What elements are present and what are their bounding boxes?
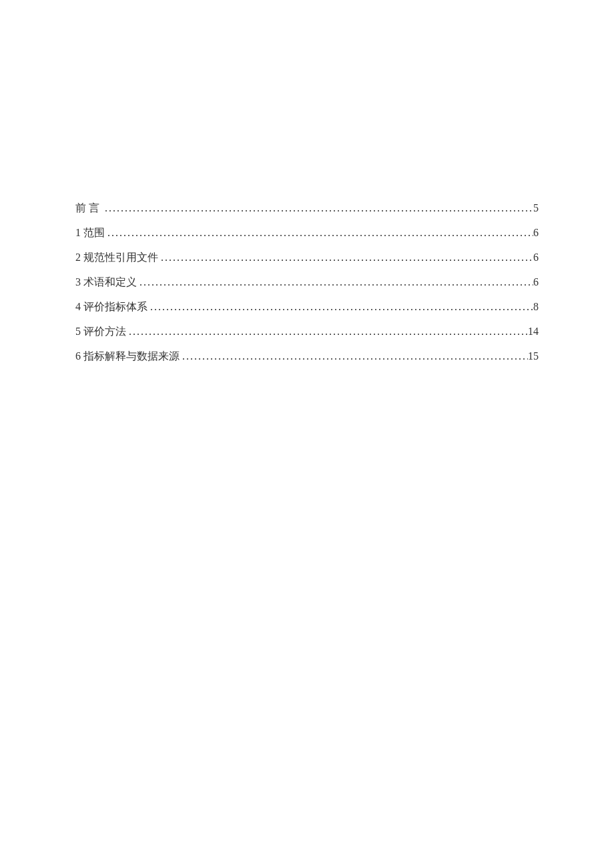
toc-entry: 3 术语和定义 6 — [75, 274, 539, 290]
toc-entry-page: 6 — [533, 225, 539, 241]
toc-dot-leader — [180, 348, 528, 364]
toc-dot-leader — [126, 324, 528, 340]
toc-entry: 前言 5 — [75, 200, 539, 216]
toc-entry: 1 范围 6 — [75, 225, 539, 241]
toc-dot-leader — [102, 200, 533, 216]
toc-entry: 6 指标解释与数据来源 15 — [75, 348, 539, 364]
toc-entry-label: 5 评价方法 — [75, 324, 126, 340]
table-of-contents: 前言 5 1 范围 6 2 规范性引用文件 6 3 术语和定义 6 4 评价指标… — [75, 200, 539, 364]
toc-entry-label: 2 规范性引用文件 — [75, 250, 158, 266]
document-page: 前言 5 1 范围 6 2 规范性引用文件 6 3 术语和定义 6 4 评价指标… — [0, 0, 614, 364]
toc-entry-page: 5 — [533, 200, 539, 216]
toc-entry: 5 评价方法 14 — [75, 324, 539, 340]
toc-entry: 2 规范性引用文件 6 — [75, 250, 539, 266]
toc-entry: 4 评价指标体系 8 — [75, 299, 539, 315]
toc-dot-leader — [147, 299, 533, 315]
toc-dot-leader — [137, 274, 533, 290]
toc-entry-label: 3 术语和定义 — [75, 274, 137, 290]
toc-entry-page: 15 — [528, 348, 539, 364]
toc-entry-label: 前言 — [75, 200, 102, 216]
toc-dot-leader — [105, 225, 533, 241]
toc-entry-label: 1 范围 — [75, 225, 105, 241]
toc-dot-leader — [158, 250, 533, 266]
toc-entry-page: 6 — [533, 274, 539, 290]
toc-entry-page: 8 — [533, 299, 539, 315]
toc-entry-label: 4 评价指标体系 — [75, 299, 147, 315]
toc-entry-label: 6 指标解释与数据来源 — [75, 348, 180, 364]
toc-entry-page: 14 — [528, 324, 539, 340]
toc-entry-page: 6 — [533, 250, 539, 266]
